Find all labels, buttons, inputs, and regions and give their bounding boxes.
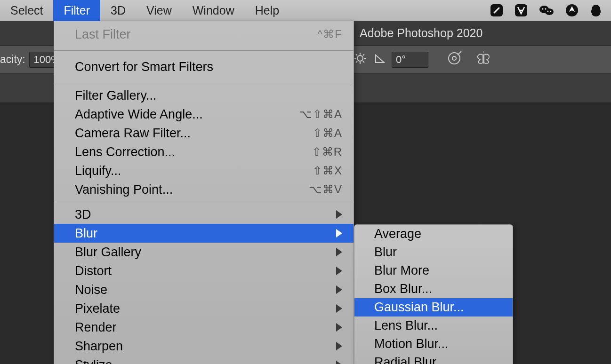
svg-point-9 xyxy=(357,55,363,61)
submenu-gaussian-blur[interactable]: Gaussian Blur... xyxy=(354,298,513,317)
menu-item-label: Stylize xyxy=(75,358,332,364)
submenu-blur[interactable]: Blur xyxy=(354,243,513,261)
menubar-tray xyxy=(490,3,611,17)
angle-input[interactable]: 0° xyxy=(392,52,428,68)
menu-separator xyxy=(54,202,354,202)
submenu-arrow-icon xyxy=(336,210,342,219)
submenu-arrow-icon xyxy=(336,267,342,275)
menu-item-label: Blur xyxy=(374,245,499,260)
submenu-arrow-icon xyxy=(336,248,342,256)
menu-camera-raw-filter[interactable]: Camera Raw Filter... ⇧⌘A xyxy=(54,124,354,142)
menu-stylize-submenu[interactable]: Stylize xyxy=(54,356,354,364)
blur-submenu: Average Blur Blur More Box Blur... Gauss… xyxy=(354,224,513,364)
menu-item-label: Average xyxy=(374,227,499,241)
menu-item-shortcut: ⇧⌘R xyxy=(312,145,342,158)
menu-3d-submenu[interactable]: 3D xyxy=(54,205,354,224)
menu-item-label: Liquify... xyxy=(75,164,313,178)
menu-help[interactable]: Help xyxy=(245,0,289,21)
menu-convert-smart-filters[interactable]: Convert for Smart Filters xyxy=(54,54,354,80)
angle-icon xyxy=(373,51,387,68)
menu-item-label: Sharpen xyxy=(75,339,332,354)
submenu-box-blur[interactable]: Box Blur... xyxy=(354,280,513,298)
submenu-radial-blur[interactable]: Radial Blur... xyxy=(354,353,513,364)
menu-item-shortcut: ^⌘F xyxy=(317,28,342,41)
svg-line-20 xyxy=(458,51,461,55)
svg-line-15 xyxy=(363,61,364,63)
menu-filter-gallery[interactable]: Filter Gallery... xyxy=(54,86,354,105)
menu-noise-submenu[interactable]: Noise xyxy=(54,280,354,299)
submenu-arrow-icon xyxy=(336,229,342,237)
tray-qq-icon[interactable] xyxy=(589,3,603,17)
menu-item-label: Lens Blur... xyxy=(374,318,499,333)
submenu-motion-blur[interactable]: Motion Blur... xyxy=(354,335,513,353)
brush-settings-icon[interactable] xyxy=(354,52,366,67)
menu-item-label: Render xyxy=(75,320,332,335)
menu-item-label: 3D xyxy=(75,207,332,222)
submenu-arrow-icon xyxy=(336,323,342,332)
menu-item-label: Distort xyxy=(75,264,332,278)
svg-point-7 xyxy=(550,11,552,12)
menu-item-label: Last Filter xyxy=(75,27,317,42)
menu-render-submenu[interactable]: Render xyxy=(54,318,354,337)
menu-blur-gallery-submenu[interactable]: Blur Gallery xyxy=(54,243,354,261)
menu-item-label: Gaussian Blur... xyxy=(374,300,499,315)
submenu-arrow-icon xyxy=(336,342,342,350)
submenu-average[interactable]: Average xyxy=(354,225,513,243)
submenu-lens-blur[interactable]: Lens Blur... xyxy=(354,317,513,335)
menu-item-label: Blur Gallery xyxy=(75,245,332,260)
menu-item-shortcut: ⌥⇧⌘A xyxy=(299,108,342,121)
menu-item-label: Vanishing Point... xyxy=(75,182,309,197)
submenu-arrow-icon xyxy=(336,304,342,313)
submenu-arrow-icon xyxy=(336,285,342,294)
brush-angle-group: 0° xyxy=(373,51,428,68)
menu-separator xyxy=(54,50,354,51)
app-title: Adobe Photoshop 2020 xyxy=(360,26,482,40)
menu-item-label: Noise xyxy=(75,283,332,297)
tray-wechat-icon[interactable] xyxy=(539,3,555,17)
menu-item-label: Lens Correction... xyxy=(75,145,312,159)
menu-vanishing-point[interactable]: Vanishing Point... ⌥⌘V xyxy=(54,180,354,199)
pressure-size-icon[interactable] xyxy=(446,50,462,69)
tray-app2-icon[interactable] xyxy=(514,3,528,17)
menu-view[interactable]: View xyxy=(136,0,182,21)
menu-item-label: Pixelate xyxy=(75,301,332,316)
menu-distort-submenu[interactable]: Distort xyxy=(54,261,354,280)
opacity-label: acity: xyxy=(0,53,25,66)
symmetry-icon[interactable] xyxy=(474,50,492,69)
menu-3d[interactable]: 3D xyxy=(100,0,136,21)
menu-item-label: Convert for Smart Filters xyxy=(75,60,342,74)
svg-line-16 xyxy=(356,61,357,63)
svg-line-17 xyxy=(363,54,364,55)
menu-last-filter[interactable]: Last Filter ^⌘F xyxy=(54,21,354,47)
menu-item-label: Radial Blur... xyxy=(374,355,499,364)
submenu-arrow-icon xyxy=(336,361,342,364)
svg-point-4 xyxy=(542,8,544,10)
svg-point-6 xyxy=(547,11,549,12)
filter-menu: Last Filter ^⌘F Convert for Smart Filter… xyxy=(54,21,354,364)
menu-adaptive-wide-angle[interactable]: Adaptive Wide Angle... ⌥⇧⌘A xyxy=(54,105,354,124)
menu-liquify[interactable]: Liquify... ⇧⌘X xyxy=(54,161,354,180)
tray-app1-icon[interactable] xyxy=(490,3,504,17)
menu-item-label: Blur More xyxy=(374,263,499,278)
svg-point-5 xyxy=(545,8,547,10)
menu-select[interactable]: Select xyxy=(0,0,53,21)
menu-item-shortcut: ⇧⌘X xyxy=(313,164,342,177)
menu-item-shortcut: ⌥⌘V xyxy=(309,183,342,196)
menu-pixelate-submenu[interactable]: Pixelate xyxy=(54,299,354,318)
menu-item-label: Adaptive Wide Angle... xyxy=(75,107,299,122)
menu-blur-submenu[interactable]: Blur xyxy=(54,224,354,243)
menu-filter[interactable]: Filter xyxy=(53,0,100,21)
svg-point-3 xyxy=(545,8,554,15)
menu-separator xyxy=(54,83,354,83)
menu-lens-correction[interactable]: Lens Correction... ⇧⌘R xyxy=(54,142,354,161)
menu-item-label: Filter Gallery... xyxy=(75,88,342,103)
menu-window[interactable]: Window xyxy=(182,0,245,21)
menu-item-label: Camera Raw Filter... xyxy=(75,126,313,141)
menu-item-label: Box Blur... xyxy=(374,282,499,296)
tray-nav-icon[interactable] xyxy=(565,3,579,17)
menubar: Select Filter 3D View Window Help xyxy=(0,0,611,21)
menu-sharpen-submenu[interactable]: Sharpen xyxy=(54,337,354,356)
menu-item-shortcut: ⇧⌘A xyxy=(313,127,342,140)
svg-line-14 xyxy=(356,54,357,55)
submenu-blur-more[interactable]: Blur More xyxy=(354,261,513,280)
